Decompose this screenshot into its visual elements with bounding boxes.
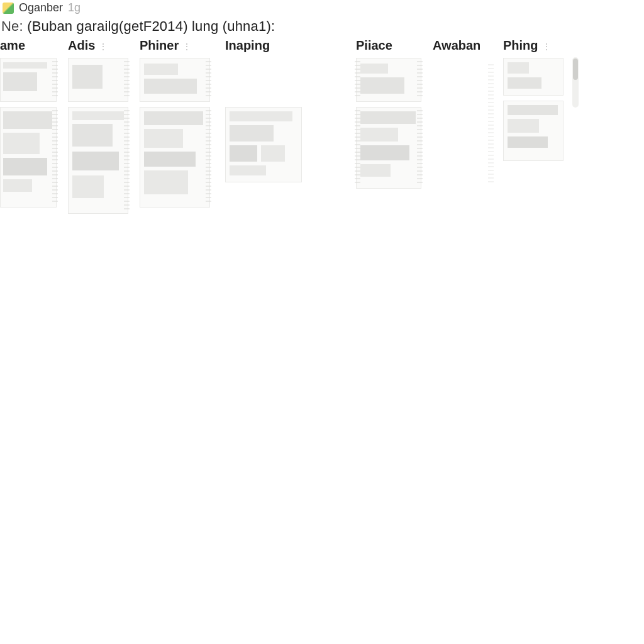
thumbnail[interactable] <box>356 107 421 189</box>
thumbnail[interactable] <box>356 58 421 102</box>
column-header-inaping[interactable]: Inaping <box>225 37 307 58</box>
column-inaping: Inaping <box>225 37 307 182</box>
results-grid: ame Adis ⋮ <box>0 37 644 264</box>
expression-line: Ne: (Buban garailg(getF2014) lung (uhna1… <box>0 14 644 37</box>
column-label: ame <box>0 38 25 53</box>
thumbnail[interactable] <box>68 58 128 102</box>
thumbnail[interactable] <box>140 58 210 102</box>
expression-prefix: Ne: <box>1 18 23 34</box>
column-adis: Adis ⋮ <box>68 37 131 214</box>
column-phing: Phing ⋮ <box>503 37 572 161</box>
column-awaban: Awaban <box>433 37 496 190</box>
column-header-phing[interactable]: Phing ⋮ <box>503 37 572 58</box>
column-phiner: Phiner ⋮ <box>140 37 214 208</box>
thumbnail[interactable] <box>0 58 57 102</box>
column-label: Piiace <box>356 38 392 53</box>
column-label: Inaping <box>225 38 270 53</box>
column-header-adis[interactable]: Adis ⋮ <box>68 37 131 58</box>
app-name: Oganber <box>19 1 63 14</box>
empty-slot <box>225 58 307 107</box>
thumbnail[interactable] <box>140 107 210 208</box>
sort-indicator-icon: ⋮ <box>99 42 108 52</box>
titlebar: Oganber 1g <box>0 0 644 14</box>
column-label: Adis <box>68 38 95 53</box>
column-header-phiner[interactable]: Phiner ⋮ <box>140 37 214 58</box>
column-ame: ame <box>0 37 58 208</box>
column-label: Awaban <box>433 38 480 53</box>
thumbnail[interactable] <box>68 107 128 214</box>
expression-body: (Buban garailg(getF2014) lung (uhna1): <box>27 18 275 34</box>
thumbnail[interactable] <box>225 107 302 182</box>
column-label: Phing <box>503 38 538 53</box>
sort-indicator-icon: ⋮ <box>542 42 551 52</box>
app-icon <box>3 3 14 14</box>
column-label: Phiner <box>140 38 179 53</box>
sort-indicator-icon: ⋮ <box>182 42 191 52</box>
thumbnail[interactable] <box>0 107 57 208</box>
thumbnail[interactable] <box>503 58 564 96</box>
column-header-ame[interactable]: ame <box>0 37 58 58</box>
empty-slot <box>433 58 496 190</box>
app-sub: 1g <box>68 1 80 14</box>
column-header-awaban[interactable]: Awaban <box>433 37 496 58</box>
thumbnail[interactable] <box>503 101 564 161</box>
scrollbar-thumb[interactable] <box>573 58 578 80</box>
column-piiace: Piiace <box>356 37 425 189</box>
column-header-piiace[interactable]: Piiace <box>356 37 425 58</box>
vertical-scrollbar[interactable] <box>572 57 579 108</box>
